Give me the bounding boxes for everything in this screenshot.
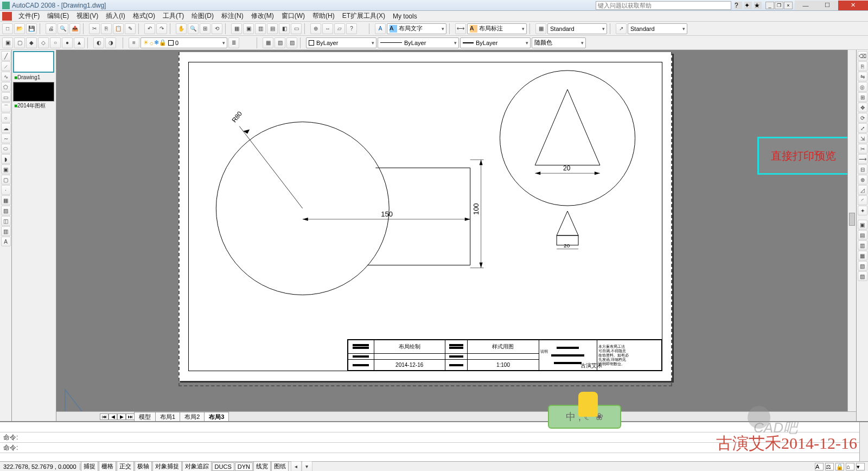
properties-icon[interactable]: ▦ xyxy=(231,23,242,34)
menu-help[interactable]: 帮助(H) xyxy=(309,10,338,22)
mdi-restore-button[interactable]: ❐ xyxy=(775,2,783,9)
layeriso-icon[interactable]: ≣ xyxy=(228,37,239,48)
vertical-scrollbar[interactable] xyxy=(847,50,856,411)
star-icon[interactable]: ★ xyxy=(754,2,762,9)
doc-thumb-2[interactable] xyxy=(13,82,54,101)
toggle-lwt[interactable]: 线宽 xyxy=(253,461,271,471)
pan-icon[interactable]: ✋ xyxy=(176,23,187,34)
et5-icon[interactable]: ▲ xyxy=(74,37,85,48)
plotstyle-combo[interactable]: 随颜色 xyxy=(532,37,586,48)
block-icon[interactable]: ▣ xyxy=(2,37,13,48)
toggle-snap[interactable]: 捕捉 xyxy=(81,461,98,471)
preview-icon[interactable]: 🔍 xyxy=(58,23,68,34)
tray-scale-icon[interactable]: ⚖ xyxy=(825,463,834,470)
dist-icon[interactable]: ↔ xyxy=(322,23,333,34)
text-style-combo[interactable]: A布局文字 xyxy=(387,23,446,34)
hatch-icon[interactable]: ▦ xyxy=(1,195,11,205)
copy2-icon[interactable]: ⎘ xyxy=(858,61,867,71)
menu-window[interactable]: 窗口(W) xyxy=(278,10,308,22)
copy-icon[interactable]: ⎘ xyxy=(101,23,112,34)
mass-icon[interactable]: ⊕ xyxy=(310,23,321,34)
spline-icon[interactable]: ∼ xyxy=(1,133,11,143)
point-icon[interactable]: · xyxy=(1,185,11,195)
tab-layout3[interactable]: 布局3 xyxy=(204,412,229,422)
mleader-style-combo[interactable]: Standard xyxy=(628,23,687,34)
et1-icon[interactable]: ◆ xyxy=(26,37,37,48)
autocad-logo-icon[interactable] xyxy=(2,12,12,21)
cut-icon[interactable]: ✂ xyxy=(89,23,100,34)
paste-icon[interactable]: 📋 xyxy=(113,23,124,34)
tab-layout2[interactable]: 布局2 xyxy=(180,412,205,422)
pline-icon[interactable]: ∿ xyxy=(1,72,11,81)
toggle-grid[interactable]: 栅格 xyxy=(99,461,116,471)
menu-modify[interactable]: 修改(M) xyxy=(248,10,277,22)
mod1-icon[interactable]: ▣ xyxy=(858,220,867,230)
open-icon[interactable]: 📂 xyxy=(14,23,25,34)
mleader-icon[interactable]: ↗ xyxy=(616,23,627,34)
insertblock-icon[interactable]: ▣ xyxy=(1,164,11,174)
xline-icon[interactable]: ⟋ xyxy=(1,61,11,71)
layer-combo[interactable]: ☀☼❄🔒 0 xyxy=(141,37,227,48)
menu-edit[interactable]: 编辑(E) xyxy=(44,10,72,22)
tray-lock-icon[interactable]: 🔒 xyxy=(835,463,844,470)
toggle-dyn[interactable]: DYN xyxy=(235,462,253,471)
toolpalette-icon[interactable]: ▥ xyxy=(255,23,266,34)
tab-nav-last-icon[interactable]: ⏭ xyxy=(126,413,135,420)
menu-et-tools[interactable]: ET扩展工具(X) xyxy=(339,10,388,22)
area-icon[interactable]: ▱ xyxy=(334,23,345,34)
mod4-icon[interactable]: ▦ xyxy=(858,251,867,260)
ellipse-icon[interactable]: ⬭ xyxy=(1,144,11,154)
drawing-canvas[interactable]: R80 150 100 xyxy=(56,50,856,421)
toggle-ducs[interactable]: DUCS xyxy=(212,462,234,471)
menu-draw[interactable]: 绘图(D) xyxy=(188,10,217,22)
redo-icon[interactable]: ↷ xyxy=(156,23,167,34)
mod6-icon[interactable]: ▨ xyxy=(858,271,867,281)
mod2-icon[interactable]: ▤ xyxy=(858,230,867,240)
menu-dimension[interactable]: 标注(N) xyxy=(218,10,247,22)
fillet-icon[interactable]: ◜ xyxy=(858,195,867,205)
close-button[interactable]: ✕ xyxy=(838,1,868,10)
et7-icon[interactable]: ◑ xyxy=(105,37,116,48)
lineweight-combo[interactable]: ByLayer xyxy=(460,37,531,48)
explode-icon[interactable]: ✦ xyxy=(858,206,867,215)
menu-my-tools[interactable]: My tools xyxy=(390,11,420,21)
dim-style-combo[interactable]: A布局标注 xyxy=(467,23,527,34)
command-scrollbar[interactable] xyxy=(859,422,868,461)
join-icon[interactable]: ⊕ xyxy=(858,175,867,184)
mod3-icon[interactable]: ▥ xyxy=(858,240,867,250)
toggle-osnap[interactable]: 对象捕捉 xyxy=(152,461,182,471)
table2-icon[interactable]: ▥ xyxy=(1,226,11,236)
tab-nav-prev-icon[interactable]: ◀ xyxy=(108,413,117,420)
anno-a-icon[interactable]: A xyxy=(375,23,386,34)
undo-icon[interactable]: ↶ xyxy=(144,23,155,34)
toggle-paper[interactable]: 图纸 xyxy=(271,461,289,471)
plot-icon[interactable]: 🖨 xyxy=(46,23,56,34)
tab-model[interactable]: 模型 xyxy=(134,412,156,422)
menu-format[interactable]: 格式(O) xyxy=(130,10,158,22)
maximize-button[interactable]: ☐ xyxy=(816,1,838,10)
makeblock-icon[interactable]: ▢ xyxy=(1,175,11,184)
status-arrow-icon[interactable]: ◂ xyxy=(291,461,302,472)
extend-icon[interactable]: ⟶ xyxy=(858,154,867,164)
circle-icon[interactable]: ○ xyxy=(1,113,11,123)
dim-icon[interactable]: ⟷ xyxy=(455,23,466,34)
markup-icon[interactable]: ◧ xyxy=(279,23,290,34)
mirror-icon[interactable]: ⇋ xyxy=(858,72,867,81)
menu-file[interactable]: 文件(F) xyxy=(15,10,43,22)
move-icon[interactable]: ✥ xyxy=(858,103,867,112)
tab-nav-next-icon[interactable]: ▶ xyxy=(117,413,126,420)
status-menu-icon[interactable]: ▾ xyxy=(302,461,312,472)
lp3-icon[interactable]: ▨ xyxy=(286,37,297,48)
menu-insert[interactable]: 插入(I) xyxy=(103,10,128,22)
et2-icon[interactable]: ◇ xyxy=(38,37,49,48)
zoom-realtime-icon[interactable]: 🔍 xyxy=(188,23,199,34)
lp1-icon[interactable]: ▦ xyxy=(263,37,273,48)
region-icon[interactable]: ◫ xyxy=(1,216,11,226)
help-icon[interactable]: ? xyxy=(735,2,742,9)
toggle-otrack[interactable]: 对象追踪 xyxy=(182,461,212,471)
wblock-icon[interactable]: ▢ xyxy=(14,37,25,48)
table-style-combo[interactable]: Standard xyxy=(547,23,607,34)
zoom-window-icon[interactable]: ⊞ xyxy=(200,23,210,34)
lp2-icon[interactable]: ▧ xyxy=(275,37,285,48)
match-icon[interactable]: ✎ xyxy=(125,23,136,34)
